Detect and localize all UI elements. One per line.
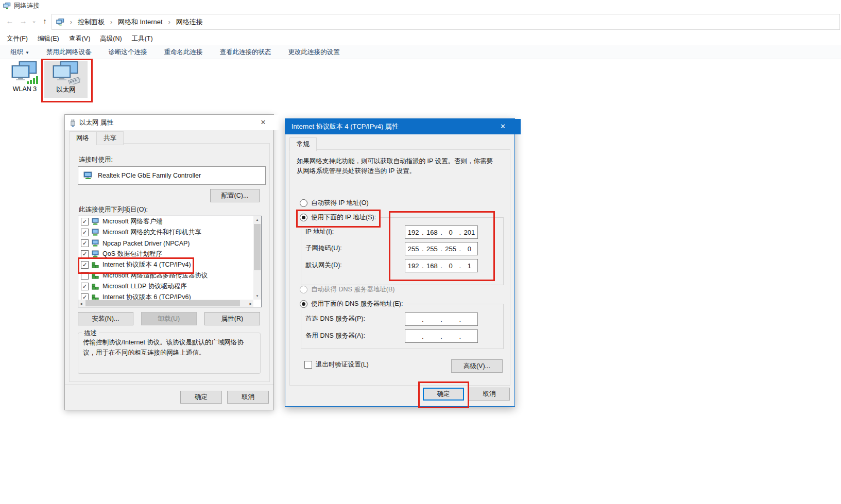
vertical-scrollbar[interactable]: ▲ ▼ — [253, 216, 261, 300]
list-item-tcpipv4[interactable]: Internet 协议版本 4 (TCP/IPv4) — [78, 259, 253, 270]
preferred-dns-input[interactable]: ... — [405, 312, 478, 326]
back-icon[interactable]: ← — [3, 16, 16, 25]
navigation-bar: ← → ⌄ ↑ › 控制面板 › 网络和 Internet › 网络连接 — [0, 11, 841, 30]
ip-address-input[interactable]: 192.168.0.201 — [405, 225, 478, 239]
checkbox[interactable] — [81, 218, 89, 225]
radio-icon[interactable] — [300, 214, 307, 221]
list-item-label: QoS 数据包计划程序 — [102, 250, 162, 258]
octet: 168 — [424, 229, 440, 236]
radio-label: 自动获得 IP 地址(O) — [311, 199, 369, 207]
up-icon[interactable]: ↑ — [38, 16, 52, 25]
adapter-name: Realtek PCIe GbE Family Controller — [98, 172, 201, 179]
menu-file[interactable]: 文件(F) — [5, 33, 29, 44]
list-item[interactable]: Microsoft 网络的文件和打印机共享 — [78, 227, 253, 238]
radio-manual-ip[interactable]: 使用下面的 IP 地址(S): — [300, 213, 380, 222]
checkbox[interactable] — [81, 283, 89, 290]
checkbox[interactable] — [81, 272, 89, 280]
list-item[interactable]: Npcap Packet Driver (NPCAP) — [78, 238, 253, 249]
checkbox[interactable] — [304, 361, 312, 369]
list-item-label: Microsoft LLDP 协议驱动程序 — [102, 282, 187, 291]
validate-settings-checkbox[interactable]: 退出时验证设置(L) — [304, 360, 369, 369]
install-button[interactable]: 安装(N)... — [78, 312, 133, 325]
cancel-button[interactable]: 取消 — [469, 388, 510, 401]
radio-icon[interactable] — [300, 199, 307, 207]
view-status-button[interactable]: 查看此连接的状态 — [219, 48, 271, 57]
ethernet-properties-dialog: 以太网 属性 ✕ 网络 共享 连接时使用: Realtek PCIe GbE F… — [64, 114, 274, 410]
breadcrumb-separator: › — [166, 19, 173, 26]
diagnose-connection-button[interactable]: 诊断这个连接 — [108, 48, 147, 57]
breadcrumb-network-connections[interactable]: 网络连接 — [176, 18, 203, 27]
menu-tools[interactable]: 工具(T) — [130, 33, 155, 44]
intro-text: 如果网络支持此功能，则可以获取自动指派的 IP 设置。否则，你需要从网络系统管理… — [297, 157, 499, 176]
list-item[interactable]: Microsoft LLDP 协议驱动程序 — [78, 281, 253, 292]
list-item-label: Internet 协议版本 4 (TCP/IPv4) — [102, 260, 191, 269]
address-bar[interactable]: › 控制面板 › 网络和 Internet › 网络连接 — [52, 14, 840, 30]
close-icon[interactable]: ✕ — [491, 119, 514, 134]
default-gateway-input[interactable]: 192.168.0.1 — [405, 259, 478, 272]
alternate-dns-input[interactable]: ... — [405, 329, 478, 343]
disable-device-button[interactable]: 禁用此网络设备 — [46, 48, 92, 57]
protocol-icon — [92, 293, 99, 300]
tab-general[interactable]: 常规 — [289, 137, 317, 151]
octet-dot: . — [459, 316, 461, 323]
organize-button[interactable]: 组织▼ — [10, 48, 29, 57]
window-title: 网络连接 — [14, 2, 40, 10]
protocol-icon — [92, 261, 99, 269]
menu-advanced[interactable]: 高级(N) — [98, 33, 123, 44]
scroll-down-icon[interactable]: ▼ — [253, 294, 261, 298]
horizontal-scrollbar[interactable]: ◀ ▶ — [78, 300, 253, 307]
scroll-up-icon[interactable]: ▲ — [253, 218, 261, 221]
menu-edit[interactable]: 编辑(E) — [36, 33, 61, 44]
menu-view[interactable]: 查看(V) — [67, 33, 92, 44]
checkbox[interactable] — [81, 250, 89, 258]
list-item[interactable]: Microsoft 网络适配器多路传送器协议 — [78, 270, 253, 281]
protocol-icon — [92, 272, 99, 280]
list-item[interactable]: Microsoft 网络客户端 — [78, 216, 253, 227]
radio-auto-dns: 自动获得 DNS 服务器地址(B) — [300, 285, 399, 294]
ok-button[interactable]: 确定 — [423, 388, 464, 401]
radio-auto-ip[interactable]: 自动获得 IP 地址(O) — [300, 199, 373, 207]
protocol-list: Microsoft 网络客户端 Microsoft 网络的文件和打印机共享 Np… — [78, 216, 253, 300]
breadcrumb-control-panel[interactable]: 控制面板 — [78, 18, 105, 27]
scrollbar-thumb[interactable] — [254, 224, 261, 270]
properties-button[interactable]: 属性(R) — [204, 312, 260, 325]
octet: 0 — [443, 229, 459, 236]
configure-button[interactable]: 配置(C)... — [210, 189, 260, 202]
cancel-button[interactable]: 取消 — [227, 391, 269, 404]
ok-button[interactable]: 确定 — [180, 391, 222, 404]
rename-connection-button[interactable]: 重命名此连接 — [164, 48, 202, 57]
subnet-mask-input[interactable]: 255.255.255.0 — [405, 242, 478, 255]
advanced-button[interactable]: 高级(V)... — [451, 359, 503, 373]
list-item-label: Microsoft 网络适配器多路传送器协议 — [102, 271, 208, 280]
tab-network[interactable]: 网络 — [69, 131, 96, 145]
close-icon[interactable]: ✕ — [253, 115, 273, 130]
uninstall-button[interactable]: 卸载(U) — [141, 312, 197, 325]
checkbox[interactable] — [81, 261, 89, 269]
scrollbar-thumb[interactable] — [85, 300, 240, 306]
network-connections-icon — [3, 3, 11, 9]
radio-label: 自动获得 DNS 服务器地址(B) — [311, 285, 395, 294]
change-settings-button[interactable]: 更改此连接的设置 — [288, 48, 339, 57]
list-item[interactable]: QoS 数据包计划程序 — [78, 249, 253, 259]
checkbox[interactable] — [81, 239, 89, 247]
checkbox[interactable] — [81, 293, 89, 300]
scroll-right-icon[interactable]: ▶ — [249, 302, 252, 305]
address-location-icon — [56, 19, 64, 26]
radio-manual-dns[interactable]: 使用下面的 DNS 服务器地址(E): — [300, 300, 407, 308]
connection-wlan3[interactable]: WLAN 3 — [3, 61, 46, 98]
recent-locations-icon[interactable]: ⌄ — [30, 18, 38, 24]
forward-icon[interactable]: → — [16, 16, 30, 25]
tab-sharing[interactable]: 共享 — [96, 131, 124, 145]
scroll-left-icon[interactable]: ◀ — [80, 302, 82, 305]
default-gateway-label: 默认网关(D): — [305, 261, 342, 270]
checkbox[interactable] — [81, 229, 89, 236]
radio-icon[interactable] — [300, 300, 307, 308]
connection-ethernet[interactable]: 以太网 — [44, 61, 88, 98]
window-titlebar: 网络连接 — [0, 0, 841, 11]
list-item[interactable]: Internet 协议版本 6 (TCP/IPv6) — [78, 292, 253, 300]
protocol-listbox[interactable]: Microsoft 网络客户端 Microsoft 网络的文件和打印机共享 Np… — [78, 216, 262, 307]
octet: 255 — [424, 245, 440, 253]
breadcrumb-network-internet[interactable]: 网络和 Internet — [118, 18, 163, 27]
preferred-dns-label: 首选 DNS 服务器(P): — [305, 315, 365, 323]
octet-dot: . — [440, 333, 443, 340]
